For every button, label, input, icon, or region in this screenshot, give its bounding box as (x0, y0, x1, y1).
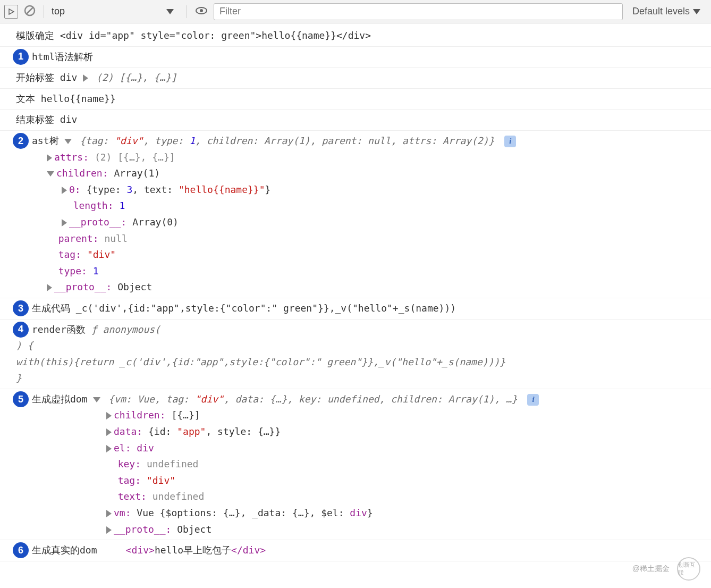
step-badge: 6 (13, 542, 29, 558)
prop-value[interactable]: {id: "app", style: {…}} (148, 426, 281, 437)
expand-icon[interactable] (83, 74, 88, 82)
html-tag: <div> (126, 544, 155, 556)
prop-key: children: (114, 409, 166, 421)
prop-key: children: (56, 167, 108, 179)
prop-value: "div" (147, 475, 175, 486)
expand-icon[interactable] (62, 187, 67, 194)
prop-value[interactable]: Vue {$options: {…}, _data: {…}, $el: div… (137, 507, 373, 518)
expand-icon[interactable] (106, 429, 112, 436)
prop-key: key: (118, 458, 141, 469)
log-row: 模版确定 <div id="app" style="color: green">… (0, 26, 711, 47)
levels-label: Default levels (632, 6, 690, 17)
expand-icon[interactable] (47, 284, 52, 291)
prop-value[interactable]: [{…}] (171, 409, 200, 421)
log-levels-selector[interactable]: Default levels (628, 6, 707, 17)
log-row: 1 html语法解析 (0, 47, 711, 68)
svg-line-2 (27, 7, 33, 14)
info-icon[interactable]: i (527, 394, 539, 406)
svg-point-4 (200, 9, 203, 12)
prop-value: "div" (87, 249, 116, 260)
step-badge: 1 (13, 49, 29, 65)
prop-key: 0: (69, 184, 81, 195)
log-label: ast树 (32, 135, 59, 146)
prop-value[interactable]: Array(0) (132, 216, 179, 228)
context-selector[interactable]: top (52, 6, 179, 17)
svg-marker-0 (9, 9, 14, 14)
console-output: 模版确定 <div id="app" style="color: green">… (0, 23, 711, 572)
log-code: <div id="app" style="color: green">hello… (60, 30, 371, 41)
prop-value: undefined (147, 458, 199, 469)
log-row: 文本 hello{{name}} (0, 89, 711, 110)
object-preview[interactable]: {vm: Vue, tag: "div", data: {…}, key: un… (108, 393, 523, 405)
log-text: 结束标签 div (16, 112, 695, 128)
prop-value: 1 (119, 200, 125, 211)
step-badge: 3 (13, 300, 29, 316)
execute-icon[interactable] (4, 5, 18, 19)
clear-console-icon[interactable] (23, 4, 36, 19)
log-row: 6 生成真实的dom <div>hello早上吃包子</div> (0, 540, 711, 561)
prop-key: __proto__: (69, 216, 126, 228)
chevron-down-icon (166, 9, 174, 14)
live-expression-icon[interactable] (194, 4, 208, 20)
log-label: 生成虚拟dom (32, 393, 88, 405)
prop-key: tag: (118, 475, 141, 486)
log-row: 3 生成代码 _c('div',{id:"app",style:{"color"… (0, 298, 711, 320)
filter-input[interactable] (214, 3, 623, 20)
prop-key: __proto__: (114, 524, 171, 535)
log-row: 5 生成虚拟dom {vm: Vue, tag: "div", data: {…… (0, 389, 711, 540)
collapse-icon[interactable] (47, 171, 54, 177)
toolbar-divider (44, 5, 44, 18)
prop-key: text: (118, 491, 147, 502)
prop-key: attrs: (54, 152, 89, 163)
prop-key: el: (114, 442, 131, 453)
step-badge: 5 (13, 391, 29, 407)
brand-logo-icon: 创新互联 (677, 557, 700, 572)
prop-key: __proto__: (54, 281, 112, 292)
info-icon[interactable]: i (504, 136, 516, 147)
watermark: @稀土掘金 创新互联 (632, 557, 700, 572)
expand-icon[interactable] (106, 526, 112, 534)
prop-key: vm: (114, 507, 131, 518)
prop-key: parent: (58, 233, 99, 244)
log-text: 文本 hello{{name}} (16, 91, 695, 107)
prop-key: length: (73, 200, 114, 211)
expand-icon[interactable] (106, 445, 112, 452)
collapse-icon[interactable] (64, 139, 72, 144)
expand-icon[interactable] (106, 412, 112, 419)
prop-key: tag: (58, 249, 81, 260)
log-row: 4 render函数 ƒ anonymous( ) { with(this){r… (0, 320, 711, 389)
log-label: 开始标签 div (16, 72, 77, 83)
prop-value[interactable]: (2) [{…}, {…}] (95, 152, 175, 163)
log-row: 2 ast树 {tag: "div", type: 1, children: A… (0, 131, 711, 298)
prop-value[interactable]: Object (177, 524, 211, 535)
prop-value: 1 (93, 265, 99, 276)
log-label: 生成代码 (32, 303, 70, 314)
object-preview[interactable]: (2) [{…}, {…}] (96, 72, 177, 83)
watermark-text: @稀土掘金 (632, 564, 670, 572)
prop-value[interactable]: Array(1) (114, 167, 160, 179)
context-label: top (52, 6, 65, 17)
log-label: 生成真实的dom (32, 544, 97, 556)
fn-preview[interactable]: ƒ anonymous( (91, 324, 160, 335)
log-row: 开始标签 div (2) [{…}, {…}] (0, 68, 711, 89)
prop-value: null (104, 233, 127, 244)
prop-value[interactable]: {type: 3, text: "hello{{name}}"} (87, 184, 271, 195)
expand-icon[interactable] (62, 219, 67, 226)
step-badge: 4 (13, 322, 29, 338)
prop-value: undefined (153, 491, 205, 502)
expand-icon[interactable] (106, 510, 112, 517)
fn-body: ) { with(this){return _c('div',{id:"app"… (16, 338, 695, 387)
prop-key: type: (58, 265, 87, 276)
expand-icon[interactable] (47, 154, 52, 162)
log-text: html语法解析 (32, 49, 695, 65)
log-code: _c('div',{id:"app",style:{"color":" gree… (76, 303, 456, 314)
prop-key: data: (114, 426, 142, 437)
toolbar-divider (187, 5, 187, 18)
console-toolbar: top Default levels (0, 0, 711, 23)
log-label: render函数 (32, 324, 86, 335)
prop-value[interactable]: Object (117, 281, 152, 292)
object-preview[interactable]: {tag: "div", type: 1, children: Array(1)… (80, 135, 500, 146)
collapse-icon[interactable] (93, 397, 100, 402)
log-row: 结束标签 div (0, 110, 711, 131)
prop-value[interactable]: div (137, 442, 154, 453)
